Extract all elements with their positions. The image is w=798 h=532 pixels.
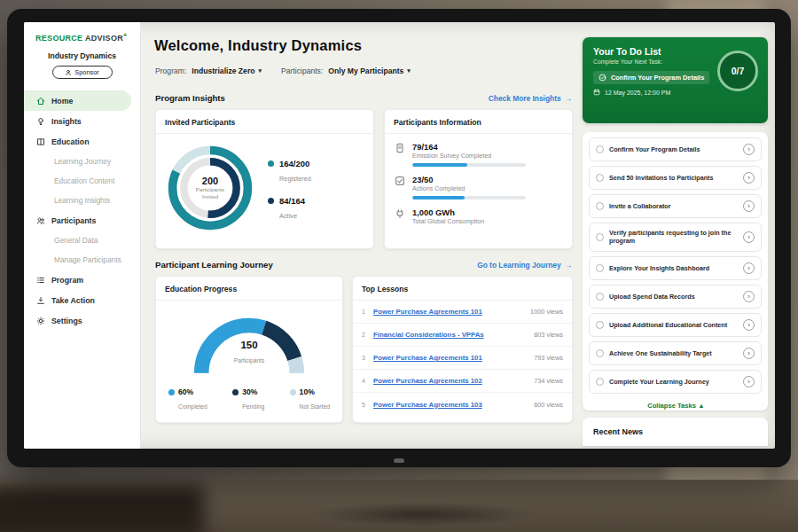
lesson-row: 5 Power Purchase Agreements 103 600 view… <box>353 393 572 416</box>
home-icon <box>36 97 45 106</box>
lesson-link[interactable]: Power Purchase Agreements 101 <box>373 354 528 362</box>
task-row-confirm-program[interactable]: Confirm Your Program Details › <box>589 137 762 161</box>
sidebar: RESOURCE ADVISOR+ Industry Dynamics Spon… <box>24 22 141 449</box>
check-icon <box>395 176 405 186</box>
todo-task-list: Confirm Your Program Details › Send 50 I… <box>583 132 768 411</box>
photo-background: RESOURCE ADVISOR+ Industry Dynamics Spon… <box>0 0 798 532</box>
learning-journey-header: Participant Learning Journey Go to Learn… <box>155 260 572 270</box>
sidebar-item-label: Program <box>51 276 83 285</box>
legend-not-started: 10%Not Started <box>290 387 330 412</box>
go-to-learning-journey-link[interactable]: Go to Learning Journey → <box>477 261 572 270</box>
education-progress-card: Education Progress 150 Participants <box>155 276 343 423</box>
next-task-chip[interactable]: Confirm Your Program Details <box>593 71 709 84</box>
chevron-right-icon[interactable]: › <box>743 231 755 243</box>
task-label: Achieve One Sustainability Target <box>609 349 738 357</box>
legend-pending: 30%Pending <box>232 387 264 412</box>
task-checkbox[interactable] <box>596 321 604 329</box>
program-select-value: Industrialize Zero <box>192 66 254 75</box>
todo-summary-card: Your To Do List Complete Your Next Task:… <box>583 37 768 123</box>
task-row-explore-insights[interactable]: Explore Your Insights Dashboard › <box>589 256 762 280</box>
invited-count-label: Participants Invited <box>190 186 231 200</box>
collapse-label: Collapse Tasks <box>647 402 696 410</box>
calendar-icon <box>593 89 600 96</box>
sidebar-item-manage-participants[interactable]: Manage Participants <box>24 250 140 270</box>
due-date-label: 12 May 2025, 12:00 PM <box>605 90 670 96</box>
task-checkbox[interactable] <box>596 349 604 357</box>
task-row-send-invitations[interactable]: Send 50 Invitations to Participants › <box>589 166 762 190</box>
legend-active: 84/164 Active <box>268 196 311 222</box>
task-checkbox[interactable] <box>596 293 604 301</box>
stat-consumption: 1,000 GWh Total Global Consumption <box>395 207 562 225</box>
chevron-right-icon[interactable]: › <box>743 200 755 212</box>
task-label: Upload Additional Educational Content <box>609 321 738 329</box>
sidebar-item-learning-journey[interactable]: Learning Journey <box>24 152 140 171</box>
lesson-link[interactable]: Power Purchase Agreements 103 <box>373 401 528 409</box>
task-row-invite-collaborator[interactable]: Invite a Collaborator › <box>589 194 762 218</box>
lesson-row: 3 Power Purchase Agreements 101 793 view… <box>353 347 572 370</box>
lesson-row: 2 Financial Considerations - VPPAs 803 v… <box>353 324 572 347</box>
task-checkbox[interactable] <box>596 378 604 386</box>
monitor: RESOURCE ADVISOR+ Industry Dynamics Spon… <box>7 9 791 467</box>
chevron-right-icon[interactable]: › <box>743 262 755 274</box>
plug-icon <box>395 208 405 219</box>
stat-value: 23/50 <box>412 175 526 184</box>
chevron-right-icon[interactable]: › <box>743 144 755 155</box>
task-row-achieve-target[interactable]: Achieve One Sustainability Target › <box>589 341 762 365</box>
task-label: Send 50 Invitations to Participants <box>609 174 738 182</box>
sidebar-item-program[interactable]: Program <box>24 270 140 290</box>
arrow-right-icon: → <box>565 94 572 103</box>
chevron-right-icon[interactable]: › <box>743 319 755 331</box>
lesson-views: 803 views <box>534 331 563 339</box>
sidebar-item-take-action[interactable]: Take Action <box>24 290 140 310</box>
task-checkbox[interactable] <box>596 264 604 272</box>
lesson-link[interactable]: Power Purchase Agreements 102 <box>373 377 528 385</box>
sidebar-item-education[interactable]: Education <box>24 131 140 152</box>
monitor-stand <box>381 466 450 510</box>
task-checkbox[interactable] <box>596 202 604 210</box>
stat-label: Actions Completed <box>412 185 526 192</box>
sidebar-item-label: Home <box>51 97 73 106</box>
sidebar-item-insights[interactable]: Insights <box>24 111 140 131</box>
sidebar-item-label: Insights <box>51 117 82 126</box>
sidebar-item-education-content[interactable]: Education Content <box>24 171 140 191</box>
sidebar-item-participants[interactable]: Participants <box>24 210 140 231</box>
task-checkbox[interactable] <box>596 233 604 241</box>
task-row-upload-spend-data[interactable]: Upload Spend Data Records › <box>589 285 762 309</box>
legend-registered: 164/200 Registered <box>268 159 311 184</box>
task-label: Upload Spend Data Records <box>609 293 738 301</box>
task-row-verify-participants[interactable]: Verify participants requesting to join t… <box>589 223 762 252</box>
lesson-rank: 2 <box>362 332 373 338</box>
lesson-views: 600 views <box>534 401 563 409</box>
chevron-right-icon[interactable]: › <box>743 376 755 387</box>
sidebar-item-general-data[interactable]: General Data <box>24 231 140 250</box>
app-logo[interactable]: RESOURCE ADVISOR+ <box>24 22 140 43</box>
participants-select[interactable]: Only My Participants ▾ <box>328 66 411 75</box>
lesson-link[interactable]: Power Purchase Agreements 101 <box>373 308 525 316</box>
program-select[interactable]: Industrialize Zero ▾ <box>192 66 262 75</box>
sidebar-item-label: Take Action <box>51 296 95 305</box>
sidebar-nav: Home Insights Education Learning Journey <box>24 90 140 331</box>
collapse-tasks-button[interactable]: Collapse Tasks ▴ <box>589 398 762 410</box>
chevron-right-icon[interactable]: › <box>743 348 755 359</box>
participants-information-card: Participants Information 79/164 Emission… <box>384 109 573 249</box>
lesson-link[interactable]: Financial Considerations - VPPAs <box>373 331 528 339</box>
registered-value: 164/200 <box>279 159 311 168</box>
chevron-right-icon[interactable]: › <box>743 291 755 302</box>
task-row-upload-educational-content[interactable]: Upload Additional Educational Content › <box>589 313 762 337</box>
page-title: Welcome, Industry Dynamics <box>154 37 362 54</box>
sidebar-item-label: Participants <box>51 216 96 225</box>
recent-news-header[interactable]: Recent News <box>583 418 768 446</box>
lesson-row: 1 Power Purchase Agreements 101 1000 vie… <box>353 301 572 324</box>
sidebar-item-label: Learning Insights <box>54 196 110 205</box>
todo-progress-ring: 0/7 <box>717 51 758 91</box>
task-checkbox[interactable] <box>596 145 604 153</box>
task-row-complete-learning-journey[interactable]: Complete Your Learning Journey › <box>589 370 762 394</box>
check-more-insights-link[interactable]: Check More Insights → <box>489 94 572 103</box>
chevron-right-icon[interactable]: › <box>743 172 755 184</box>
stat-value: 79/164 <box>412 142 526 152</box>
sidebar-item-learning-insights[interactable]: Learning Insights <box>24 191 140 210</box>
task-checkbox[interactable] <box>596 174 604 182</box>
sidebar-item-home[interactable]: Home <box>24 90 131 111</box>
card-title: Participants Information <box>385 110 572 134</box>
sidebar-item-settings[interactable]: Settings <box>24 310 140 331</box>
